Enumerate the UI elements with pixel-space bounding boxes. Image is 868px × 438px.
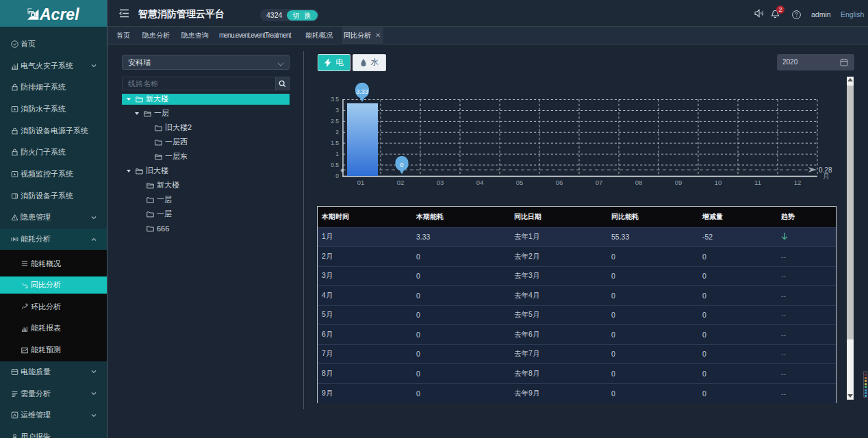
svg-text:01: 01 bbox=[357, 179, 365, 186]
svg-text:0: 0 bbox=[335, 172, 339, 179]
svg-text:3.5: 3.5 bbox=[331, 96, 339, 103]
svg-text:1: 1 bbox=[335, 151, 339, 157]
svg-text:10: 10 bbox=[715, 179, 722, 186]
svg-text:11: 11 bbox=[754, 179, 761, 186]
svg-text:04: 04 bbox=[476, 179, 484, 186]
svg-text:1.5: 1.5 bbox=[331, 140, 339, 146]
svg-text:03: 03 bbox=[437, 179, 444, 186]
svg-text:3: 3 bbox=[335, 107, 339, 114]
svg-text:2.5: 2.5 bbox=[331, 118, 339, 125]
svg-text:0: 0 bbox=[400, 162, 403, 168]
svg-text:07: 07 bbox=[596, 179, 603, 186]
svg-text:02: 02 bbox=[397, 179, 405, 186]
svg-text:06: 06 bbox=[556, 179, 563, 186]
svg-text:2: 2 bbox=[335, 129, 339, 136]
svg-text:09: 09 bbox=[675, 179, 682, 186]
svg-text:08: 08 bbox=[635, 179, 643, 186]
svg-text:05: 05 bbox=[516, 179, 524, 186]
svg-text:12: 12 bbox=[794, 179, 802, 186]
svg-text:3.33: 3.33 bbox=[356, 88, 368, 95]
svg-text:0.5: 0.5 bbox=[331, 162, 339, 168]
svg-text:月: 月 bbox=[823, 172, 830, 180]
